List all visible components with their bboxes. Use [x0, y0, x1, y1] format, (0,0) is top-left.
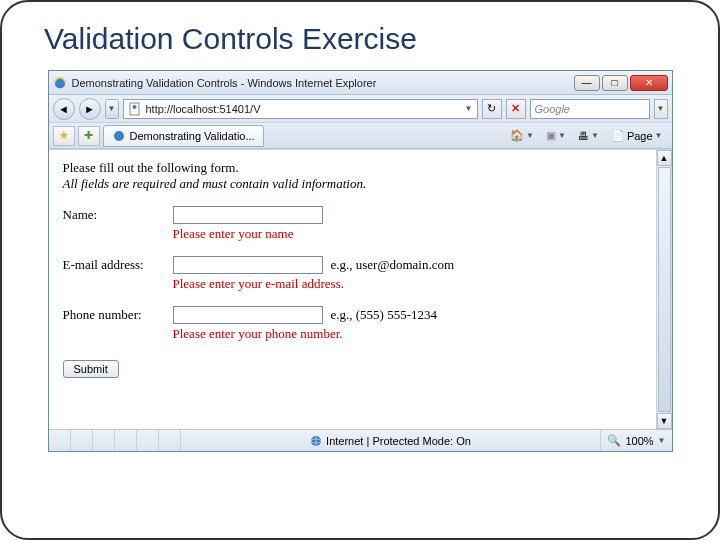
- chevron-down-icon: ▼: [558, 131, 566, 140]
- zoom-icon: 🔍: [607, 434, 621, 447]
- phone-label: Phone number:: [63, 307, 173, 323]
- page-menu-label: Page: [627, 130, 653, 142]
- print-button[interactable]: 🖶▼: [573, 126, 604, 146]
- chevron-up-icon: ▲: [660, 153, 669, 163]
- instruction-line2: All fields are required and must contain…: [63, 176, 642, 192]
- page-menu-button[interactable]: 📄Page▼: [606, 126, 668, 146]
- chevron-down-icon: ▼: [655, 131, 663, 140]
- window-title: Demonstrating Validation Controls - Wind…: [72, 77, 574, 89]
- forward-button[interactable]: ►: [79, 98, 101, 120]
- search-provider-text: Google: [535, 103, 570, 115]
- browser-tab[interactable]: Demonstrating Validatio...: [103, 125, 264, 147]
- globe-icon: [310, 435, 322, 447]
- minimize-button[interactable]: —: [574, 75, 600, 91]
- feeds-button[interactable]: ▣▼: [541, 126, 571, 146]
- zoom-control[interactable]: 🔍 100% ▼: [600, 430, 671, 451]
- recent-pages-dropdown[interactable]: ▼: [105, 99, 119, 119]
- url-text: http://localhost:51401/V: [146, 103, 461, 115]
- vertical-scrollbar[interactable]: ▲ ▼: [656, 150, 672, 429]
- star-plus-icon: ✚: [84, 129, 93, 142]
- home-icon: 🏠: [510, 129, 524, 142]
- home-button[interactable]: 🏠▼: [505, 126, 539, 146]
- content-area: Please fill out the following form. All …: [49, 149, 672, 429]
- refresh-icon: ↻: [487, 102, 496, 115]
- email-hint: e.g., user@domain.com: [331, 257, 455, 273]
- chevron-down-icon: ▼: [660, 416, 669, 426]
- phone-error: Please enter your phone number.: [173, 326, 642, 342]
- chevron-down-icon: ▼: [658, 436, 666, 445]
- phone-input[interactable]: [173, 306, 323, 324]
- scroll-thumb[interactable]: [658, 167, 671, 412]
- email-label: E-mail address:: [63, 257, 173, 273]
- chevron-down-icon: ▼: [108, 104, 116, 113]
- svg-point-2: [132, 105, 136, 109]
- ie-page-icon: [112, 129, 126, 143]
- name-error: Please enter your name: [173, 226, 642, 242]
- email-row: E-mail address: e.g., user@domain.com: [63, 256, 642, 274]
- stop-icon: ✕: [511, 102, 520, 115]
- name-input[interactable]: [173, 206, 323, 224]
- scroll-up-button[interactable]: ▲: [657, 150, 672, 166]
- back-button[interactable]: ◄: [53, 98, 75, 120]
- tab-toolbar: ★ ✚ Demonstrating Validatio... 🏠▼ ▣▼ 🖶▼ …: [49, 123, 672, 149]
- stop-button[interactable]: ✕: [506, 99, 526, 119]
- arrow-right-icon: ►: [84, 103, 95, 115]
- zoom-value: 100%: [625, 435, 653, 447]
- chevron-down-icon: ▼: [657, 104, 665, 113]
- status-bar: Internet | Protected Mode: On 🔍 100% ▼: [49, 429, 672, 451]
- submit-button[interactable]: Submit: [63, 360, 119, 378]
- arrow-left-icon: ◄: [58, 103, 69, 115]
- ie-logo-icon: [53, 76, 67, 90]
- slide-title: Validation Controls Exercise: [44, 22, 690, 56]
- search-box[interactable]: Google: [530, 99, 650, 119]
- maximize-button[interactable]: □: [602, 75, 628, 91]
- refresh-button[interactable]: ↻: [482, 99, 502, 119]
- name-row: Name:: [63, 206, 642, 224]
- slide-frame: Validation Controls Exercise Demonstrati…: [0, 0, 720, 540]
- status-cells: [49, 430, 181, 451]
- email-error: Please enter your e-mail address.: [173, 276, 642, 292]
- chevron-down-icon: ▼: [591, 131, 599, 140]
- chevron-down-icon[interactable]: ▼: [465, 104, 473, 113]
- web-page: Please fill out the following form. All …: [49, 150, 656, 429]
- scroll-down-button[interactable]: ▼: [657, 413, 672, 429]
- print-icon: 🖶: [578, 130, 589, 142]
- nav-toolbar: ◄ ► ▼ http://localhost:51401/V ▼ ↻ ✕ Goo…: [49, 95, 672, 123]
- rss-icon: ▣: [546, 129, 556, 142]
- page-icon: 📄: [611, 129, 625, 142]
- search-dropdown[interactable]: ▼: [654, 99, 668, 119]
- status-zone: Internet | Protected Mode: On: [181, 435, 601, 447]
- name-label: Name:: [63, 207, 173, 223]
- browser-window: Demonstrating Validation Controls - Wind…: [48, 70, 673, 452]
- svg-point-3: [114, 131, 124, 141]
- favorites-button[interactable]: ★: [53, 126, 75, 146]
- phone-hint: e.g., (555) 555-1234: [331, 307, 438, 323]
- tab-label: Demonstrating Validatio...: [130, 130, 255, 142]
- star-icon: ★: [59, 129, 69, 142]
- address-bar[interactable]: http://localhost:51401/V ▼: [123, 99, 478, 119]
- add-favorites-button[interactable]: ✚: [78, 126, 100, 146]
- close-button[interactable]: ✕: [630, 75, 668, 91]
- titlebar: Demonstrating Validation Controls - Wind…: [49, 71, 672, 95]
- phone-row: Phone number: e.g., (555) 555-1234: [63, 306, 642, 324]
- window-controls: — □ ✕: [574, 75, 668, 91]
- page-icon: [128, 102, 142, 116]
- instruction-line1: Please fill out the following form.: [63, 160, 642, 176]
- command-bar: 🏠▼ ▣▼ 🖶▼ 📄Page▼: [505, 126, 667, 146]
- status-zone-text: Internet | Protected Mode: On: [326, 435, 471, 447]
- chevron-down-icon: ▼: [526, 131, 534, 140]
- email-input[interactable]: [173, 256, 323, 274]
